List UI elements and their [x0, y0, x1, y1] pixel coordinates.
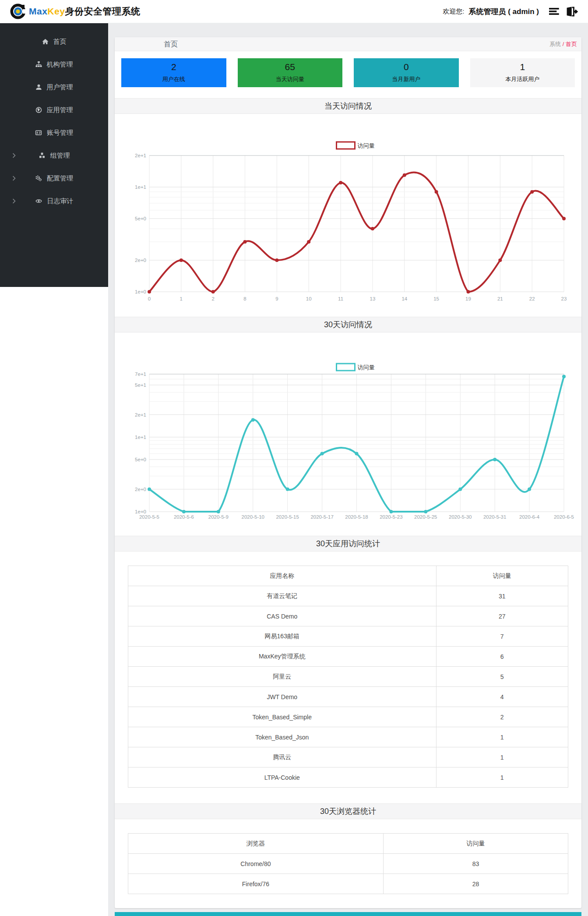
section-title-app-stats: 30天应用访问统计: [115, 536, 581, 552]
table-cell: 阿里云: [128, 667, 437, 687]
stat-card-visits-today: 65 当天访问量: [238, 58, 343, 87]
sidebar-item-audit[interactable]: 日志审计: [0, 190, 108, 212]
svg-text:15: 15: [433, 296, 439, 301]
home-icon: [42, 39, 49, 45]
sidebar-item-label: 配置管理: [47, 174, 73, 183]
stat-label: 当天访问量: [238, 75, 343, 83]
svg-text:5e+1: 5e+1: [135, 382, 146, 388]
sidebar-item-config[interactable]: 配置管理: [0, 167, 108, 190]
section-title-browser-stats: 30天浏览器统计: [115, 803, 581, 819]
sidebar-item-apps[interactable]: 应用管理: [0, 99, 108, 121]
svg-text:2020-5-23: 2020-5-23: [380, 514, 402, 520]
svg-text:13: 13: [370, 296, 376, 301]
breadcrumb-separator: /: [561, 41, 566, 47]
svg-text:7e+1: 7e+1: [135, 371, 146, 377]
svg-text:2e+1: 2e+1: [135, 412, 146, 417]
table-cell: Firefox/76: [128, 874, 384, 894]
table-row: 网易163邮箱7: [128, 626, 568, 647]
svg-text:1e+1: 1e+1: [135, 435, 146, 440]
page-title: 首页: [164, 40, 178, 48]
svg-text:1e+1: 1e+1: [135, 184, 146, 190]
stat-value: 0: [354, 58, 459, 72]
sidebar-item-home[interactable]: 首页: [0, 30, 108, 53]
table-cell: 有道云笔记: [128, 586, 437, 606]
table-row: 腾讯云1: [128, 747, 568, 767]
section-title-visits-30d: 30天访问情况: [115, 317, 581, 332]
svg-text:23: 23: [561, 296, 567, 301]
table-row: CAS Demo27: [128, 606, 568, 626]
sidebar-item-users[interactable]: 用户管理: [0, 76, 108, 99]
welcome-label: 欢迎您:: [443, 7, 464, 16]
table-cell: 1: [436, 747, 568, 767]
table-cell: MaxKey管理系统: [128, 647, 437, 667]
svg-text:2020-5-31: 2020-5-31: [483, 514, 506, 520]
table-cell: 4: [436, 687, 568, 707]
globe-icon: [35, 107, 42, 113]
section-title-visits-today: 当天访问情况: [115, 98, 581, 114]
stat-cards-row: 2 用户在线 65 当天访问量 0 当月新用户 1 本月活跃用户: [121, 58, 575, 87]
table-cell: 7: [436, 626, 568, 647]
brand[interactable]: MaxKey身份安全管理系统: [10, 3, 140, 20]
svg-text:2e+0: 2e+0: [135, 258, 146, 263]
logout-icon[interactable]: [565, 5, 578, 18]
svg-text:访问量: 访问量: [358, 364, 375, 371]
table-cell: 28: [383, 874, 568, 894]
list-icon[interactable]: [548, 5, 561, 18]
stat-label: 当月新用户: [354, 75, 459, 83]
svg-text:2020-5-9: 2020-5-9: [208, 514, 229, 520]
breadcrumb-root[interactable]: 系统: [549, 41, 561, 47]
svg-text:2020-5-25: 2020-5-25: [414, 514, 437, 520]
visits-today-line-chart: 1e+02e+05e+01e+12e+101289101113141519212…: [115, 114, 581, 317]
table-cell: 27: [436, 606, 568, 626]
table-row: JWT Demo4: [128, 687, 568, 707]
maxkey-logo-icon: [10, 3, 26, 20]
svg-text:8: 8: [243, 296, 246, 301]
column-header-app-name: 应用名称: [128, 566, 437, 586]
svg-text:0: 0: [148, 296, 151, 301]
svg-text:2020-5-15: 2020-5-15: [276, 514, 299, 520]
svg-text:2020-5-18: 2020-5-18: [345, 514, 368, 520]
sidebar-item-label: 账号管理: [47, 129, 73, 137]
breadcrumb-current[interactable]: 首页: [566, 41, 577, 47]
svg-text:2020-5-6: 2020-5-6: [174, 514, 194, 520]
svg-text:1e+0: 1e+0: [135, 509, 146, 514]
sidebar-item-label: 首页: [53, 38, 67, 46]
table-header-row: 浏览器 访问量: [128, 834, 568, 854]
browser-stats-table: 浏览器 访问量 Chrome/8083Firefox/7628: [128, 833, 568, 894]
maxkey-dashboard: MaxKey身份安全管理系统 欢迎您: 系统管理员 ( admin ): [0, 0, 588, 916]
app-visits-table: 应用名称 访问量 有道云笔记31CAS Demo27网易163邮箱7MaxKey…: [128, 566, 568, 788]
table-row: Token_Based_Json1: [128, 727, 568, 747]
cubes-icon: [39, 152, 46, 159]
table-cell: Token_Based_Json: [128, 727, 437, 747]
visits-30d-line-chart: 1e+02e+05e+01e+12e+15e+17e+12020-5-52020…: [115, 332, 581, 536]
content-panel: 首页 系统 / 首页 2 用户在线 65 当天访问量 0 当月新用户: [115, 37, 581, 908]
id-card-icon: [35, 130, 42, 136]
svg-text:21: 21: [497, 296, 503, 301]
footer-accent-bar: [115, 912, 581, 916]
sidebar-item-groups[interactable]: 组管理: [0, 144, 108, 167]
sidebar-item-label: 组管理: [50, 152, 70, 160]
sitemap-icon: [35, 61, 42, 67]
stat-label: 本月活跃用户: [470, 75, 575, 83]
sidebar-item-org[interactable]: 机构管理: [0, 53, 108, 76]
table-cell: 6: [436, 647, 568, 667]
app-visits-table-wrap: 应用名称 访问量 有道云笔记31CAS Demo27网易163邮箱7MaxKey…: [128, 566, 568, 788]
table-cell: 83: [383, 854, 568, 874]
eye-icon: [35, 198, 42, 204]
table-cell: 2: [436, 707, 568, 727]
table-row: LTPA-Cookie1: [128, 767, 568, 788]
svg-text:2020-5-30: 2020-5-30: [449, 514, 472, 520]
column-header-browser: 浏览器: [128, 834, 384, 854]
svg-text:2020-6-5: 2020-6-5: [554, 514, 574, 520]
column-header-visits: 访问量: [436, 566, 568, 586]
stat-value: 65: [238, 58, 343, 72]
stat-label: 用户在线: [121, 75, 226, 83]
svg-text:访问量: 访问量: [358, 142, 375, 149]
svg-text:2020-5-5: 2020-5-5: [139, 514, 159, 520]
sidebar-item-accounts[interactable]: 账号管理: [0, 121, 108, 144]
table-cell: Token_Based_Simple: [128, 707, 437, 727]
svg-text:5e+0: 5e+0: [135, 216, 146, 221]
svg-text:2020-5-17: 2020-5-17: [310, 514, 333, 520]
table-cell: CAS Demo: [128, 606, 437, 626]
column-header-visits: 访问量: [383, 834, 568, 854]
